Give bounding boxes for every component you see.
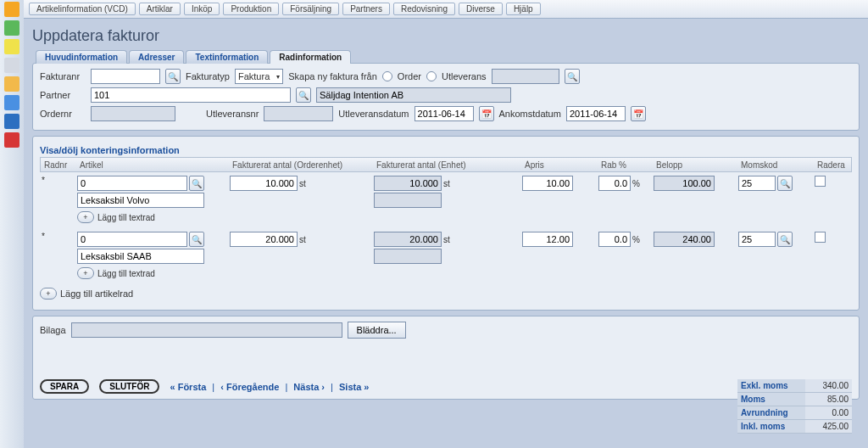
table-row: * 🔍 + Lägg till textrad [40,172,852,228]
table-row: * 🔍 + Lägg till textrad [40,228,852,284]
input-bilaga [71,322,342,338]
menu-diverse[interactable]: Diverse [459,3,503,15]
search-source-icon[interactable]: 🔍 [565,69,580,84]
input-apris[interactable] [522,232,573,247]
input-fakturanr[interactable] [91,69,160,84]
totals-box: Exkl. moms340.00 Moms85.00 Avrundning0.0… [737,379,852,434]
menu-redovisning[interactable]: Redovisning [393,3,455,15]
cell-radnr: * [42,176,77,185]
calendar-utleveransdatum-icon[interactable]: 📅 [479,106,494,121]
add-textrow-label[interactable]: Lägg till textrad [97,269,155,278]
total-row-inkl: Inkl. moms425.00 [737,420,852,434]
col-qty-unit: Fakturerat antal (Enhet) [375,160,523,170]
input-source-ref[interactable] [492,69,559,84]
menu-partners[interactable]: Partners [342,3,390,15]
col-momskod: Momskod [739,160,815,170]
rab-unit: % [632,179,640,188]
nav-next[interactable]: Nästa › [293,382,325,392]
input-momskod[interactable] [738,176,776,191]
nav-prev[interactable]: ‹ Föregående [220,382,279,392]
input-utleveransdatum[interactable] [415,106,474,121]
sidebar-icon-5[interactable] [4,76,19,92]
footer-bar: SPARA SLUTFÖR « Första | ‹ Föregående | … [40,379,852,394]
input-qty-unit [374,232,442,247]
input-artikel-desc[interactable] [77,249,204,264]
sidebar-icon-8[interactable] [4,132,19,148]
header-panel: Fakturanr 🔍 Fakturatyp Faktura ▾ Skapa n… [32,63,860,131]
tab-huvudinformation[interactable]: Huvudinformation [36,50,127,64]
totals-area: Exkl. moms340.00 Moms85.00 Avrundning0.0… [40,379,852,394]
input-ankomstdatum[interactable] [566,106,626,121]
search-fakturanr-icon[interactable]: 🔍 [165,69,181,84]
checkbox-radera[interactable] [815,232,826,243]
input-artikel-desc[interactable] [77,193,204,208]
col-apris: Ápris [523,160,599,170]
save-button[interactable]: SPARA [40,379,89,394]
input-belopp [654,176,715,191]
nav-first[interactable]: « Första [170,382,206,392]
section-title-kontering[interactable]: Visa/dölj konteringsinformation [40,145,852,155]
col-belopp: Belopp [654,160,739,170]
total-row-avrundning: Avrundning0.00 [737,406,852,420]
input-apris[interactable] [522,176,573,191]
sidebar-icon-4[interactable] [4,58,19,73]
input-partner-name [316,87,511,103]
search-partner-icon[interactable]: 🔍 [296,87,311,103]
search-artikel-icon[interactable]: 🔍 [189,176,204,191]
menu-hjalp[interactable]: Hjälp [506,3,541,15]
add-textrow-icon[interactable]: + [77,211,94,223]
input-partner[interactable] [91,87,291,103]
input-belopp [654,232,715,247]
add-articlerow-icon[interactable]: + [40,288,57,300]
sidebar-icon-3[interactable] [4,39,19,54]
attachment-panel: Bilaga Bläddra... Exkl. moms340.00 Moms8… [32,316,860,400]
menu-produktion[interactable]: Produktion [223,3,279,15]
menu-artikelinformation[interactable]: Artikelinformation (VCD) [29,3,136,15]
qty-unit-unit: st [443,235,450,244]
input-artikel[interactable] [77,232,187,247]
label-fakturatyp: Fakturatyp [186,71,230,81]
search-momskod-icon[interactable]: 🔍 [777,232,793,247]
nav-last[interactable]: Sista » [339,382,369,392]
input-rab[interactable] [598,176,631,191]
tab-bar: Huvudinformation Adresser Textinformatio… [36,50,860,64]
qty-extra-readonly [374,193,442,208]
browse-button[interactable]: Bläddra... [348,322,406,339]
search-artikel-icon[interactable]: 🔍 [189,232,204,247]
input-artikel[interactable] [77,176,187,191]
menu-forsaljning[interactable]: Försäljning [282,3,339,15]
sidebar-icon-1[interactable] [4,2,19,17]
add-textrow-icon[interactable]: + [77,267,94,279]
input-qty-order[interactable] [230,232,298,247]
tab-radinformation[interactable]: Radinformation [270,50,351,64]
input-rab[interactable] [598,232,631,247]
total-row-moms: Moms85.00 [737,393,852,406]
sidebar-icon-6[interactable] [4,95,19,110]
menu-artiklar[interactable]: Artiklar [139,3,181,15]
add-textrow-label[interactable]: Lägg till textrad [97,213,155,222]
input-utleveransnr [264,106,333,121]
col-radnr: Radnr [42,160,78,170]
tab-adresser[interactable]: Adresser [129,50,184,64]
radio-order[interactable] [382,71,392,81]
finish-button[interactable]: SLUTFÖR [99,379,159,394]
label-ordernr: Ordernr [40,109,86,119]
input-qty-order[interactable] [230,176,298,191]
qty-order-unit: st [299,179,306,188]
tab-textinformation[interactable]: Textinformation [186,50,268,64]
menu-inkop[interactable]: Inköp [184,3,220,15]
qty-order-unit: st [299,235,306,244]
select-fakturatyp[interactable]: Faktura ▾ [235,69,283,84]
add-articlerow-label[interactable]: Lägg till artikelrad [60,288,133,299]
sidebar-icon-7[interactable] [4,114,19,129]
col-artikel: Artikel [78,160,231,170]
chevron-down-icon: ▾ [276,73,280,81]
checkbox-radera[interactable] [815,176,826,187]
sidebar-icon-2[interactable] [4,20,19,36]
qty-unit-unit: st [443,179,450,188]
calendar-ankomstdatum-icon[interactable]: 📅 [631,106,646,121]
radio-utleverans[interactable] [426,71,437,81]
label-bilaga: Bilaga [40,325,66,335]
search-momskod-icon[interactable]: 🔍 [777,176,793,191]
input-momskod[interactable] [738,232,776,247]
